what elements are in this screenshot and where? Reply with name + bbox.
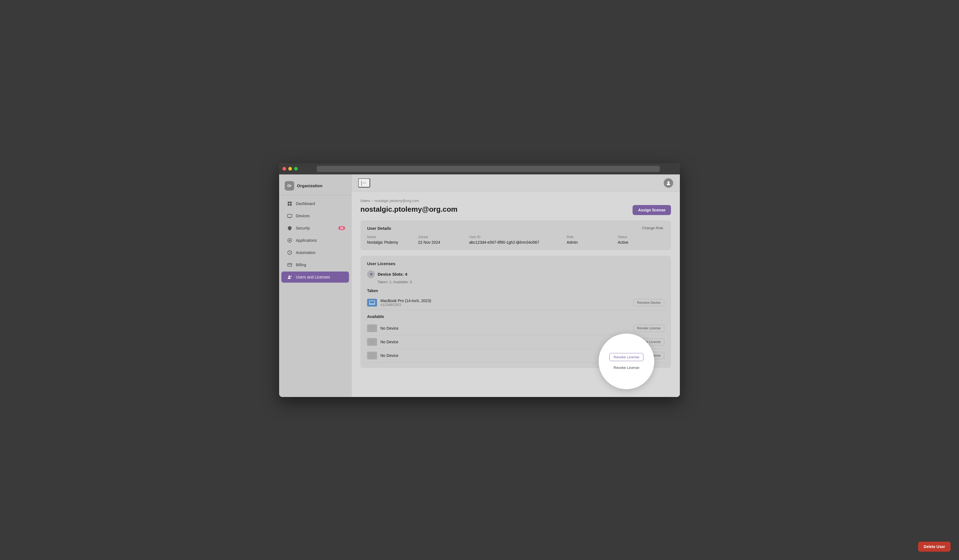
detail-role: Role Admin <box>567 235 613 245</box>
detail-status: Status Active <box>618 235 664 245</box>
main-header: |← <box>352 174 680 192</box>
dashboard-icon <box>287 201 293 207</box>
url-bar[interactable] <box>317 166 660 172</box>
change-role-button[interactable]: Change Role <box>640 225 665 231</box>
applications-icon <box>287 237 293 243</box>
breadcrumb-current: nostalgic.ptolemy@org.com <box>374 199 419 203</box>
empty-device-icon-2: ? <box>367 352 377 360</box>
device-row-available-0: ? No Device Revoke License <box>367 321 664 335</box>
sidebar-item-devices[interactable]: Devices <box>281 210 349 221</box>
svg-text:?: ? <box>371 354 373 356</box>
user-licenses-card: User Licenses Device Slots: 4 Taken: 1. … <box>360 256 671 368</box>
sidebar-label-dashboard: Dashboard <box>296 201 315 206</box>
back-button[interactable]: |← <box>358 178 370 188</box>
svg-point-13 <box>667 181 669 183</box>
titlebar <box>279 163 680 174</box>
sidebar-label-applications: Applications <box>296 238 317 243</box>
user-licenses-title: User Licenses <box>367 261 664 266</box>
automation-icon <box>287 250 293 255</box>
sidebar-label-billing: Billing <box>296 262 306 267</box>
breadcrumb-parent[interactable]: Users <box>360 199 370 203</box>
detail-user-id: User ID abc123d4-e567-8f90-1gh2-ijklmn34… <box>469 235 562 245</box>
user-details-grid: Name Nostalgic Ptolemy Joined 22 Nov 202… <box>367 235 664 245</box>
user-id-label: User ID <box>469 235 562 239</box>
name-label: Name <box>367 235 414 239</box>
svg-text:?: ? <box>371 327 373 329</box>
breadcrumb-separator: › <box>371 199 373 203</box>
empty-device-icon-0: ? <box>367 325 377 332</box>
status-label: Status <box>618 235 664 239</box>
available-section-title: Available <box>367 314 664 319</box>
user-details-title: User Details <box>367 226 664 231</box>
sidebar-label-security: Security <box>296 226 310 230</box>
detail-name: Name Nostalgic Ptolemy <box>367 235 414 245</box>
license-title: Device Slots: 4 <box>378 272 408 277</box>
sidebar-item-automation[interactable]: Automation <box>281 247 349 258</box>
breadcrumb: Users › nostalgic.ptolemy@org.com <box>360 199 671 203</box>
user-details-card: User Details Change Role Name Nostalgic … <box>360 220 671 250</box>
assign-license-button[interactable]: Assign license <box>632 205 671 215</box>
macbook-icon <box>367 299 377 307</box>
sidebar-item-security[interactable]: Security 35 <box>281 223 349 234</box>
org-avatar: Or <box>285 181 294 191</box>
device-serial-taken-0: A1234BCDE5 <box>381 303 630 307</box>
sidebar-label-automation: Automation <box>296 250 315 255</box>
org-name: Organization <box>297 183 323 188</box>
svg-rect-4 <box>287 214 292 217</box>
device-name-available-1: No Device <box>381 340 630 344</box>
taken-section-title: Taken <box>367 288 664 293</box>
sidebar-item-billing[interactable]: Billing <box>281 259 349 270</box>
joined-value: 22 Nov 2024 <box>418 240 465 245</box>
device-info-taken-0: MacBook Pro (14-inch, 2023) A1234BCDE5 <box>381 299 630 307</box>
device-name-taken-0: MacBook Pro (14-inch, 2023) <box>381 299 630 303</box>
device-info-available-1: No Device <box>381 340 630 344</box>
spotlight-revoke-button[interactable]: Revoke License <box>610 353 644 361</box>
minimize-button[interactable] <box>288 167 292 170</box>
main-content: Users › nostalgic.ptolemy@org.com nostal… <box>352 192 680 397</box>
users-icon <box>287 274 293 280</box>
device-name-available-2: No Device <box>381 353 630 358</box>
joined-label: Joined <box>418 235 465 239</box>
sidebar-label-devices: Devices <box>296 214 310 218</box>
role-label: Role <box>567 235 613 239</box>
maximize-button[interactable] <box>294 167 298 170</box>
sidebar-item-applications[interactable]: Applications <box>281 235 349 246</box>
device-info-available-0: No Device <box>381 326 630 331</box>
revoke-license-button-0[interactable]: Revoke License <box>633 325 664 332</box>
svg-rect-1 <box>290 201 292 203</box>
svg-rect-9 <box>288 263 292 266</box>
remove-device-button-0[interactable]: Remove Device <box>633 299 664 306</box>
empty-device-icon-1: ? <box>367 338 377 346</box>
device-name-available-0: No Device <box>381 326 630 331</box>
svg-rect-2 <box>288 204 290 205</box>
billing-icon <box>287 262 293 267</box>
detail-joined: Joined 22 Nov 2024 <box>418 235 465 245</box>
license-subtitle: Taken: 1. Available: 3. <box>378 280 664 284</box>
status-badge: Active <box>618 240 664 245</box>
app-body: Or Organization Dashboard Devices <box>279 174 680 397</box>
svg-text:?: ? <box>371 340 373 342</box>
role-value: Admin <box>567 240 613 245</box>
close-button[interactable] <box>282 167 286 170</box>
sidebar-item-dashboard[interactable]: Dashboard <box>281 198 349 209</box>
main-content-area: |← Users › nostalgic.ptolemy@org.com nos… <box>352 174 680 397</box>
name-value: Nostalgic Ptolemy <box>367 240 414 245</box>
devices-icon <box>287 213 293 219</box>
svg-rect-0 <box>288 201 290 203</box>
svg-rect-3 <box>290 204 292 205</box>
app-window: Or Organization Dashboard Devices <box>279 163 680 397</box>
device-row-taken-0: MacBook Pro (14-inch, 2023) A1234BCDE5 R… <box>367 296 664 310</box>
sidebar-label-users-and-licenses: Users and Licenses <box>296 275 330 279</box>
svg-rect-5 <box>288 217 290 218</box>
page-title-bar: nostalgic.ptolemy@org.com Assign license <box>360 205 671 219</box>
sidebar: Or Organization Dashboard Devices <box>279 174 352 397</box>
security-icon <box>287 225 293 231</box>
sidebar-item-users-and-licenses[interactable]: Users and Licenses <box>281 272 349 283</box>
svg-rect-14 <box>370 301 374 304</box>
svg-rect-15 <box>369 304 375 304</box>
license-gear-icon <box>367 270 375 278</box>
device-info-available-2: No Device <box>381 353 630 358</box>
svg-point-7 <box>289 240 290 241</box>
svg-point-11 <box>288 275 290 277</box>
license-header: Device Slots: 4 <box>367 270 664 278</box>
